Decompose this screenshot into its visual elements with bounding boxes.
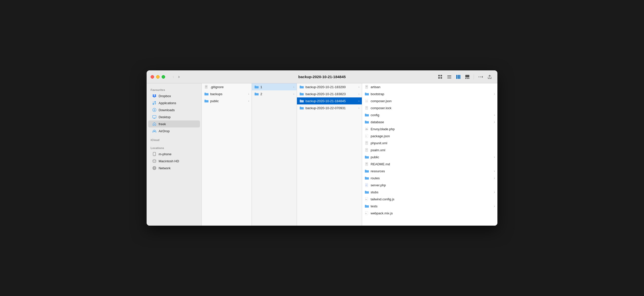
server-php-name: server.php [371, 183, 495, 187]
webpack-name: webpack.mix.js [371, 211, 495, 215]
file-icon-tailwind: mo [365, 197, 369, 201]
column-item-2[interactable]: 2 › [252, 90, 297, 97]
view-more-button[interactable] [476, 74, 484, 80]
column-item-backup-183823[interactable]: backup-2020-10-21-183823 › [297, 90, 362, 97]
sidebar-item-airdrop[interactable]: AirDrop [148, 127, 200, 134]
maximize-button[interactable] [162, 75, 165, 79]
public-arrow: › [248, 100, 249, 102]
config-arrow: › [494, 114, 495, 116]
svg-rect-39 [365, 106, 368, 110]
svg-point-24 [153, 160, 156, 161]
file-icon-composer-json: {} [365, 99, 369, 103]
backup-183200-arrow: › [359, 86, 359, 88]
sidebar-item-freek[interactable]: freek [148, 120, 200, 127]
svg-rect-4 [447, 75, 451, 76]
column-item-composer-json[interactable]: {} composer.json [362, 97, 497, 104]
readme-name: README.md [371, 162, 495, 166]
sidebar-item-dropbox[interactable]: Dropbox [148, 92, 200, 99]
column-item-tailwind[interactable]: mo tailwind.config.js [362, 196, 497, 203]
svg-point-15 [480, 76, 481, 77]
column-item-backups[interactable]: backups › [202, 90, 252, 97]
svg-rect-11 [465, 78, 466, 79]
view-column-button[interactable] [455, 74, 462, 80]
file-icon-webpack: co [365, 211, 369, 215]
folder-icon-tests [365, 204, 369, 208]
column-item-public2[interactable]: public › [362, 154, 497, 161]
column-item-readme[interactable]: README.md [362, 161, 497, 168]
view-gallery-button[interactable] [464, 74, 471, 80]
backups-name: backups [210, 92, 248, 96]
public2-arrow: › [494, 156, 495, 159]
column-3: backup-2020-10-21-183200 › backup-2020-1… [297, 83, 362, 226]
column-item-phpunit[interactable]: phpunit.xml [362, 139, 497, 146]
bootstrap-arrow: › [494, 93, 495, 95]
envoy-name: Envoy.blade.php [371, 127, 495, 131]
view-list-button[interactable] [446, 74, 453, 80]
folder-icon-stubs [365, 190, 369, 194]
column-item-backup-184845[interactable]: backup-2020-10-21-184845 › [297, 97, 362, 104]
column-item-composer-lock[interactable]: composer.lock [362, 104, 497, 111]
sidebar-item-downloads[interactable]: Downloads [148, 106, 200, 113]
folder-1-name: 1 [260, 85, 293, 89]
svg-rect-45 [365, 141, 368, 145]
column-item-psalm[interactable]: psalm.xml [362, 146, 497, 154]
column-item-1[interactable]: 1 › [252, 83, 297, 90]
tests-arrow: › [494, 205, 495, 208]
column-item-tests[interactable]: tests › [362, 203, 497, 210]
downloads-icon [152, 108, 157, 112]
minimize-button[interactable] [156, 75, 160, 79]
resources-arrow: › [494, 170, 495, 173]
share-button[interactable] [486, 74, 493, 80]
folder-icon-backup-183200 [299, 85, 304, 89]
sidebar-item-m-phone[interactable]: m-phone [148, 151, 200, 158]
column-item-backup-183200[interactable]: backup-2020-10-21-183200 › [297, 83, 362, 90]
sidebar-item-desktop[interactable]: Desktop [148, 113, 200, 120]
column-item-stubs[interactable]: stubs › [362, 189, 497, 196]
column-item-database[interactable]: database › [362, 118, 497, 125]
toolbar-right [437, 74, 493, 80]
column-item-webpack[interactable]: co webpack.mix.js [362, 210, 497, 217]
sidebar-item-applications[interactable]: Applications [148, 99, 200, 106]
column-item-public[interactable]: public › [202, 97, 252, 104]
column-item-package-json[interactable]: { package.json [362, 132, 497, 139]
column-4: artisan bootstrap › {} [362, 83, 497, 226]
routes-arrow: › [494, 177, 495, 180]
finder-window: ‹ › backup-2020-10-21-184845 [147, 70, 497, 226]
sidebar-item-network[interactable]: Network [148, 165, 200, 172]
network-label: Network [159, 166, 171, 170]
column-item-gitignore[interactable]: .gitignore [202, 83, 252, 90]
back-button[interactable]: ‹ [171, 73, 176, 80]
svg-text:{}: {} [366, 100, 368, 102]
svg-text:@s: @s [366, 128, 368, 130]
svg-text:co: co [365, 213, 367, 214]
svg-rect-34 [365, 85, 368, 89]
bootstrap-name: bootstrap [371, 92, 494, 96]
favourites-label: Favourites [147, 86, 201, 92]
forward-button[interactable]: › [177, 73, 181, 80]
folder-icon-backup-184845 [299, 99, 304, 103]
svg-rect-2 [438, 77, 440, 79]
column-item-resources[interactable]: resources › [362, 168, 497, 175]
backup-183823-name: backup-2020-10-21-183823 [305, 92, 359, 96]
column-item-config[interactable]: config › [362, 111, 497, 118]
sidebar-item-macintosh-hd[interactable]: Macintosh HD [148, 158, 200, 165]
tests-name: tests [371, 204, 494, 208]
svg-rect-13 [468, 78, 469, 79]
column-item-routes[interactable]: routes › [362, 175, 497, 182]
svg-point-16 [482, 76, 482, 77]
file-icon-artisan [365, 85, 369, 89]
column-item-backup-070931[interactable]: backup-2020-10-22-070931 › [297, 104, 362, 111]
column-item-artisan[interactable]: artisan [362, 83, 497, 90]
folder-icon-bootstrap [365, 92, 369, 96]
backup-184845-name: backup-2020-10-21-184845 [305, 99, 359, 103]
svg-rect-0 [438, 75, 440, 76]
folder-icon-public2 [365, 155, 369, 159]
svg-text:mo: mo [365, 199, 367, 200]
close-button[interactable] [151, 75, 154, 79]
svg-rect-18 [153, 103, 154, 105]
column-item-server-php[interactable]: <? server.php [362, 182, 497, 189]
column-item-envoy[interactable]: @s Envoy.blade.php [362, 125, 497, 132]
columns-area: .gitignore backups › [202, 83, 497, 226]
column-item-bootstrap[interactable]: bootstrap › [362, 90, 497, 97]
view-icon-button[interactable] [437, 74, 444, 80]
